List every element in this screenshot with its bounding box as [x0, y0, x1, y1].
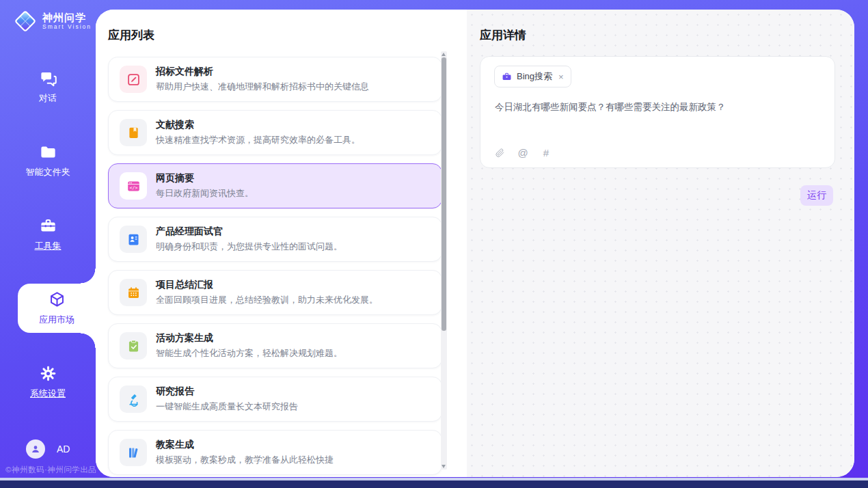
chat-icon: [39, 69, 57, 87]
sidebar-item-label: 工具集: [35, 240, 62, 252]
edit-square-icon: [120, 66, 147, 93]
attachment-toolbar: @ #: [493, 146, 552, 159]
main-panel: 应用列表 招标文件解析 帮助用户快速、准确地理解和解析招标书中的关键信息 文献搜…: [96, 10, 854, 477]
app-card-description: 明确身份和职责，为您提供专业性的面试问题。: [156, 241, 342, 253]
hash-icon: #: [543, 147, 549, 159]
app-card-title: 产品经理面试官: [156, 226, 342, 238]
brand-subtitle: Smart Vision: [42, 24, 92, 31]
scrollbar-down-arrow-icon[interactable]: [442, 465, 446, 468]
sidebar-item-label: 应用市场: [39, 314, 74, 326]
sidebar-item-chat[interactable]: 对话: [0, 62, 96, 111]
list-scrollbar[interactable]: [441, 51, 447, 470]
prompt-input[interactable]: 今日湖北有哪些新闻要点？有哪些需要关注的最新政策？: [495, 100, 821, 114]
paperclip-icon: [495, 148, 505, 158]
app-card-literature-search[interactable]: 文献搜索 快速精准查找学术资源，提高研究效率的必备工具。: [108, 110, 442, 155]
app-card-description: 快速精准查找学术资源，提高研究效率的必备工具。: [156, 134, 360, 146]
brand-name: 神州问学: [42, 12, 92, 23]
briefcase-icon: [502, 72, 512, 82]
sidebar-item-system-settings[interactable]: 系统设置: [0, 357, 96, 407]
tool-tag-label: Bing搜索: [517, 70, 552, 83]
book-icon: [120, 119, 147, 146]
prompt-card: Bing搜索 × 今日湖北有哪些新闻要点？有哪些需要关注的最新政策？ @ #: [480, 56, 835, 168]
app-card-event-plan-generator[interactable]: 活动方案生成 智能生成个性化活动方案，轻松解决规划难题。: [108, 323, 442, 368]
clipboard-check-icon: [120, 332, 147, 360]
app-card-list: 招标文件解析 帮助用户快速、准确地理解和解析招标书中的关键信息 文献搜索 快速精…: [108, 57, 442, 477]
folder-icon: [39, 143, 57, 161]
app-card-description: 模板驱动，教案秒成，教学准备从此轻松快捷: [156, 454, 334, 466]
sidebar-item-label: 智能文件夹: [26, 166, 70, 178]
app-card-title: 项目总结汇报: [156, 279, 378, 291]
app-card-title: 网页摘要: [156, 172, 254, 185]
app-card-title: 招标文件解析: [156, 66, 369, 78]
app-card-title: 活动方案生成: [156, 332, 342, 344]
browser-code-icon: </>: [120, 172, 147, 200]
app-card-title: 教案生成: [156, 439, 334, 451]
at-icon: @: [517, 147, 528, 159]
calendar-icon: [120, 279, 147, 306]
gear-icon: [39, 364, 57, 383]
brand-logo: 神州问学 Smart Vision: [14, 10, 92, 33]
books-icon: [120, 439, 147, 466]
app-card-title: 研究报告: [156, 385, 298, 398]
scrollbar-up-arrow-icon[interactable]: [442, 53, 446, 56]
app-card-description: 一键智能生成高质量长文本研究报告: [156, 401, 298, 413]
microscope-icon: [120, 385, 147, 413]
tag-close-icon[interactable]: ×: [558, 72, 564, 82]
sidebar-item-toolset[interactable]: 工具集: [0, 210, 96, 259]
scrollbar-thumb[interactable]: [442, 57, 446, 331]
sidebar-item-label: 系统设置: [30, 388, 66, 400]
app-detail-pane: 应用详情 Bing搜索 × 今日湖北有哪些新闻要点？有哪些需要关注的最新政策？ …: [467, 10, 854, 477]
run-button[interactable]: 运行: [800, 185, 833, 206]
app-card-description: 智能生成个性化活动方案，轻松解决规划难题。: [156, 347, 342, 360]
app-card-pm-interviewer[interactable]: 产品经理面试官 明确身份和职责，为您提供专业性的面试问题。: [108, 217, 442, 262]
app-card-description: 每日政府新闻资讯快查。: [156, 187, 254, 200]
app-card-project-summary-report[interactable]: 项目总结汇报 全面回顾项目进展，总结经验教训，助力未来优化发展。: [108, 270, 442, 315]
sidebar-item-label: 对话: [39, 92, 57, 105]
app-card-description: 帮助用户快速、准确地理解和解析招标书中的关键信息: [156, 81, 369, 93]
hash-button[interactable]: #: [540, 146, 552, 159]
svg-text:</>: </>: [129, 185, 137, 190]
toolbox-icon: [39, 217, 57, 235]
sidebar: 神州问学 Smart Vision 对话 智能文件夹 工具集 应用市场 系统设置: [0, 0, 96, 483]
app-card-research-report[interactable]: 研究报告 一键智能生成高质量长文本研究报告: [108, 377, 442, 422]
app-list-pane: 应用列表 招标文件解析 帮助用户快速、准确地理解和解析招标书中的关键信息 文献搜…: [96, 10, 467, 477]
diamond-logo-icon: [14, 10, 37, 33]
sidebar-nav: 对话 智能文件夹 工具集 应用市场 系统设置: [0, 62, 96, 431]
user-row[interactable]: AD: [26, 439, 70, 459]
at-button[interactable]: @: [517, 146, 529, 159]
app-detail-title: 应用详情: [480, 27, 526, 43]
sidebar-item-app-market[interactable]: 应用市场: [18, 284, 96, 333]
app-card-description: 全面回顾项目进展，总结经验教训，助力未来优化发展。: [156, 294, 378, 306]
cube-icon: [48, 290, 66, 309]
user-name: AD: [57, 444, 70, 455]
avatar[interactable]: [26, 439, 45, 459]
resume-icon: [120, 226, 147, 253]
copyright: ©神州数码·神州问学出品: [5, 465, 96, 475]
app-card-title: 文献搜索: [156, 119, 360, 131]
sidebar-item-smart-folders[interactable]: 智能文件夹: [0, 136, 96, 185]
app-list-title: 应用列表: [108, 27, 154, 43]
app-card-tender-doc-analysis[interactable]: 招标文件解析 帮助用户快速、准确地理解和解析招标书中的关键信息: [108, 57, 442, 102]
app-card-web-summary[interactable]: </> 网页摘要 每日政府新闻资讯快查。: [108, 163, 442, 208]
tool-tag-bing-search[interactable]: Bing搜索 ×: [494, 66, 571, 87]
app-card-lesson-plan-generator[interactable]: 教案生成 模板驱动，教案秒成，教学准备从此轻松快捷: [108, 430, 442, 475]
window-bottom-bar: [0, 480, 868, 488]
paperclip-button[interactable]: [493, 146, 506, 159]
